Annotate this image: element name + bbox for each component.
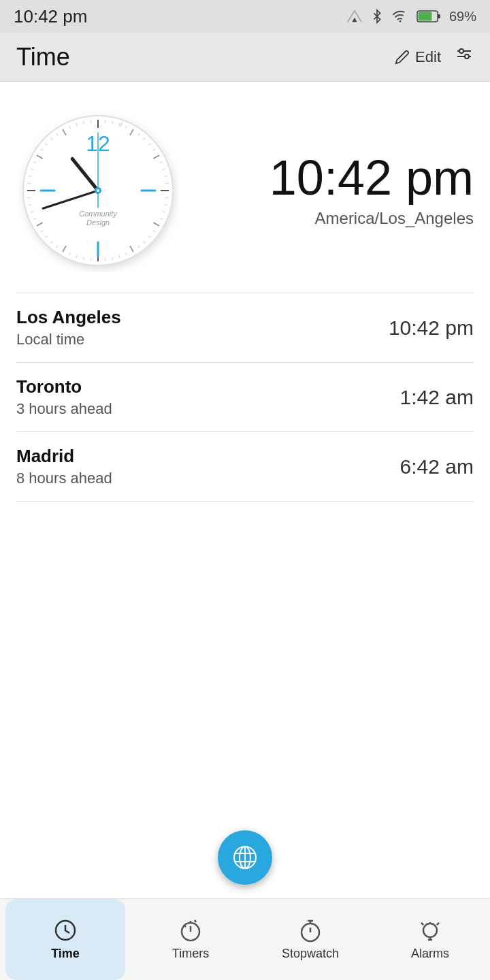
svg-text:Community: Community	[79, 210, 118, 218]
svg-line-94	[195, 920, 196, 922]
header-actions: Edit	[395, 47, 474, 67]
svg-rect-2	[438, 14, 440, 18]
svg-point-85	[97, 189, 99, 192]
svg-point-0	[399, 20, 402, 22]
tab-timers[interactable]: Timers	[131, 899, 250, 980]
tab-alarms-label: Alarms	[411, 947, 449, 961]
edit-label: Edit	[415, 48, 441, 66]
svg-rect-3	[418, 12, 431, 21]
bluetooth-icon	[370, 9, 384, 24]
city-offset: Local time	[16, 331, 121, 348]
signal-icon	[347, 9, 362, 24]
battery-percentage: 69%	[449, 9, 476, 24]
city-name: Madrid	[16, 446, 112, 467]
city-time: 10:42 pm	[389, 316, 474, 340]
bottom-navigation: Time Timers Stopwatch Alar	[0, 898, 490, 980]
analog-clock: 12 Community Design	[16, 109, 180, 272]
pencil-icon	[395, 50, 410, 65]
fab-button[interactable]	[218, 830, 272, 885]
stopwatch-icon	[298, 918, 323, 943]
digital-time-section: 10:42 pm America/Los_Angeles	[200, 153, 474, 228]
world-clocks-list: Los Angeles Local time 10:42 pm Toronto …	[16, 293, 474, 502]
tab-alarms[interactable]: Alarms	[370, 899, 490, 980]
tab-stopwatch[interactable]: Stopwatch	[250, 899, 370, 980]
add-worldclock-fab[interactable]	[218, 830, 272, 885]
clock-icon	[53, 918, 78, 943]
svg-point-6	[459, 49, 463, 53]
city-name: Los Angeles	[16, 307, 121, 328]
status-time: 10:42 pm	[14, 6, 87, 27]
status-bar: 10:42 pm 69%	[0, 0, 490, 33]
city-time: 6:42 am	[400, 455, 474, 478]
timer-icon	[178, 918, 203, 943]
status-icons: 69%	[347, 9, 476, 24]
tab-stopwatch-label: Stopwatch	[282, 947, 339, 961]
main-content: 12 Community Design	[0, 82, 490, 515]
clock-section: 12 Community Design	[16, 95, 474, 293]
battery-icon	[416, 10, 441, 23]
clock-svg: 12 Community Design	[16, 109, 180, 272]
city-info: Toronto 3 hours ahead	[16, 376, 112, 418]
svg-text:Design: Design	[86, 218, 110, 227]
city-offset: 8 hours ahead	[16, 470, 112, 487]
edit-button[interactable]: Edit	[395, 48, 441, 66]
tab-timers-label: Timers	[172, 947, 209, 961]
wifi-icon	[392, 9, 408, 24]
digital-timezone: America/Los_Angeles	[200, 209, 474, 228]
alarm-icon	[418, 918, 442, 943]
tab-time-label: Time	[51, 947, 80, 961]
app-header: Time Edit	[0, 33, 490, 82]
digital-time: 10:42 pm	[200, 153, 474, 202]
table-row: Madrid 8 hours ahead 6:42 am	[16, 432, 474, 502]
globe-icon	[231, 844, 259, 871]
table-row: Los Angeles Local time 10:42 pm	[16, 293, 474, 363]
city-name: Toronto	[16, 376, 112, 397]
city-info: Los Angeles Local time	[16, 307, 121, 348]
city-time: 1:42 am	[400, 386, 474, 409]
svg-point-7	[465, 54, 469, 59]
filter-button[interactable]	[455, 47, 474, 67]
table-row: Toronto 3 hours ahead 1:42 am	[16, 363, 474, 432]
sliders-icon	[455, 47, 474, 63]
city-info: Madrid 8 hours ahead	[16, 446, 112, 487]
tab-time[interactable]: Time	[5, 899, 125, 980]
page-title: Time	[16, 43, 70, 71]
city-offset: 3 hours ahead	[16, 400, 112, 418]
